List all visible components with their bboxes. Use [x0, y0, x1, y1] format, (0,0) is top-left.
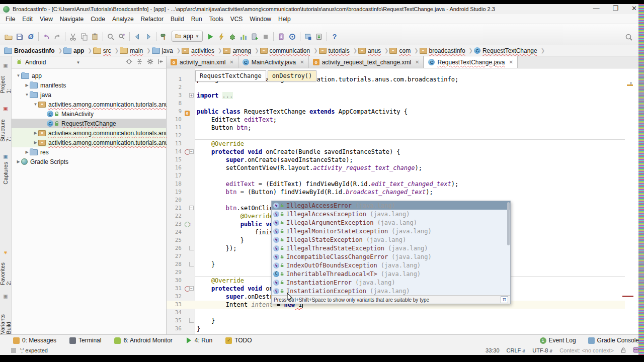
menu-analyze[interactable]: Analyze [109, 15, 137, 24]
redo-icon[interactable] [52, 31, 63, 42]
completion-item-illegalaccessexception[interactable]: ϟIllegalAccessException(java.lang) [272, 210, 510, 218]
tab-close-icon[interactable]: ✕ [509, 59, 513, 65]
run-icon[interactable] [205, 31, 216, 42]
completion-item-instantiationexception[interactable]: ϟInstantiationException(java.lang) [272, 287, 510, 295]
tool-window-button-terminal[interactable]: Terminal [69, 337, 101, 344]
build-hammer-icon[interactable] [158, 31, 170, 42]
project-view-selector[interactable]: Android [25, 59, 46, 66]
stop-icon[interactable] [260, 31, 271, 42]
menu-window[interactable]: Window [246, 15, 275, 24]
tab-activity-main-xml[interactable]: oactivity_main.xml✕ [167, 56, 238, 68]
error-stripe-mark[interactable] [622, 296, 633, 297]
breadcrumb-item-tutorials[interactable]: tutorials❯ [319, 47, 357, 54]
find-icon[interactable] [105, 31, 116, 42]
fold-marker-icon[interactable]: − [189, 206, 194, 210]
context-chip-requesttextchange[interactable]: RequestTextChange [195, 70, 266, 81]
completion-item-instantiationerror[interactable]: ϟInstantiationError(java.lang) [272, 278, 510, 287]
forward-icon[interactable] [143, 31, 154, 42]
tool-window-button-event-log[interactable]: 1Event Log [540, 337, 576, 344]
breadcrumb-item-requesttextchange[interactable]: CRequestTextChange❯ [474, 47, 545, 54]
tool-window-button-6-android-monitor[interactable]: 6: Android Monitor [114, 337, 172, 344]
popup-scrollbar[interactable] [507, 202, 510, 245]
minimize-button[interactable]: — [593, 5, 599, 12]
device-manager-icon[interactable] [302, 31, 313, 42]
menu-run[interactable]: Run [188, 15, 206, 24]
tree-expand-icon[interactable]: ▶ [33, 131, 38, 135]
tree-item-app[interactable]: ▼app [12, 71, 166, 80]
menu-tools[interactable]: Tools [206, 15, 227, 24]
run-device-icon[interactable] [249, 31, 260, 42]
hide-panel-icon[interactable] [157, 58, 164, 66]
paste-icon[interactable] [90, 31, 101, 42]
tree-expand-icon[interactable]: ▶ [24, 150, 30, 154]
search-everywhere-icon[interactable] [625, 33, 633, 41]
breadcrumb-item-java[interactable]: java❯ [152, 47, 181, 54]
chevron-down-icon[interactable]: ▼ [76, 60, 122, 65]
tree-item-gradle-scripts[interactable]: ▶Gradle Scripts [12, 157, 166, 166]
completion-item-inheritablethreadlocal-t-[interactable]: CInheritableThreadLocal<T>(java.lang) [272, 269, 510, 278]
tool-button--project[interactable]: 1: Project▣ [0, 63, 12, 94]
completion-item-illegalstateexception[interactable]: ϟIllegalStateException(java.lang) [272, 235, 510, 244]
tree-item-java[interactable]: ▼java [12, 90, 166, 100]
copy-icon[interactable] [78, 31, 90, 42]
encoding-selector[interactable]: UTF-8 ⇵ [532, 347, 552, 353]
android-monitor-icon[interactable] [287, 31, 298, 42]
breadcrumb-item-broadcastinfo[interactable]: BroadcastInfo❯ [4, 47, 62, 54]
breadcrumb-item-app[interactable]: app❯ [63, 47, 92, 54]
tool-window-button-0-messages[interactable]: 0: Messages [13, 337, 56, 344]
completion-item-indexoutofboundsexception[interactable]: ϟIndexOutOfBoundsException(java.lang) [272, 261, 510, 269]
tree-item-activities-among-communication-tutorials-anus[interactable]: ▶activities.among.communication.tutorial… [12, 128, 166, 138]
lock-status-icon[interactable] [621, 347, 626, 354]
sdk-manager-icon[interactable] [313, 31, 325, 42]
breadcrumb-item-activities[interactable]: activities❯ [182, 47, 222, 54]
tab-requesttextchange-java[interactable]: CRequestTextChange.java✕ [424, 56, 517, 68]
tree-item-activities-among-communication-tutorials-anus[interactable]: ▼activities.among.communication.tutorial… [12, 100, 166, 109]
menu-code[interactable]: Code [87, 15, 109, 24]
menu-build[interactable]: Build [167, 15, 188, 24]
code-editor[interactable]: 1package activities.among.communication.… [167, 68, 644, 334]
fold-marker-icon[interactable] [189, 318, 194, 323]
tree-item-mainactivity[interactable]: CMainActivity [12, 109, 166, 119]
tool-button--favorites[interactable]: 2: Favorites★ [0, 250, 12, 285]
tab-close-icon[interactable]: ✕ [229, 59, 233, 65]
tree-expand-icon[interactable]: ▶ [24, 83, 30, 87]
menu-file[interactable]: File [2, 15, 19, 24]
tool-window-button-gradle-console[interactable]: Gradle Console [588, 337, 639, 344]
fold-marker-icon[interactable] [189, 246, 194, 250]
breadcrumb-item-com[interactable]: com❯ [389, 47, 418, 54]
tool-button-captures[interactable]: Captures▣ [3, 154, 9, 185]
menu-vcs[interactable]: VCS [227, 15, 247, 24]
breadcrumb-item-communication[interactable]: communication❯ [260, 47, 318, 54]
menu-refactor[interactable]: Refactor [137, 15, 167, 24]
line-ending-selector[interactable]: CRLF ⇵ [507, 347, 526, 353]
cut-icon[interactable] [67, 31, 78, 42]
tab-activity-request-text-change-xml[interactable]: oactivity_request_text_change.xml✕ [309, 56, 424, 68]
completion-item-illegalargumentexception[interactable]: ϟIllegalArgumentException(java.lang) [272, 218, 510, 227]
breadcrumb-item-anus[interactable]: anus❯ [358, 47, 388, 54]
fold-marker-icon[interactable]: + [189, 93, 194, 98]
tool-window-button-todo[interactable]: ✓TODO [225, 337, 252, 344]
tree-item-manifests[interactable]: ▶manifests [12, 80, 166, 90]
tool-button--structure[interactable]: 7: Structure▣ [0, 107, 12, 142]
instant-run-icon[interactable] [216, 31, 227, 42]
completion-item-incompatibleclasschangeerror[interactable]: ϟIncompatibleClassChangeError(java.lang) [272, 252, 510, 261]
tree-expand-icon[interactable]: ▼ [33, 102, 38, 107]
fold-marker-icon[interactable] [189, 262, 194, 266]
tree-expand-icon[interactable]: ▶ [16, 159, 21, 164]
undo-icon[interactable] [41, 31, 52, 42]
restore-button[interactable]: ❐ [612, 5, 618, 12]
tool-button-build-variants[interactable]: Build Variants▣ [0, 294, 12, 334]
tool-window-button-4-run[interactable]: 4: Run [186, 337, 212, 344]
tree-item-requesttextchange[interactable]: CRequestTextChange [12, 119, 166, 128]
context-chip-ondestroy-[interactable]: onDestroy() [268, 70, 316, 81]
settings-gear-icon[interactable] [147, 58, 153, 66]
collapse-all-icon[interactable] [136, 58, 143, 66]
tree-item-activities-among-communication-tutorials-anus[interactable]: ▶activities.among.communication.tutorial… [12, 138, 166, 147]
sync-icon[interactable]: Ø [25, 31, 36, 42]
menu-edit[interactable]: Edit [19, 15, 36, 24]
warning-stripe-mark[interactable] [627, 84, 633, 86]
fold-marker-icon[interactable]: − [189, 286, 194, 291]
completion-item-illegalmonitorstateexception[interactable]: ϟIllegalMonitorStateException(java.lang) [272, 227, 510, 235]
menu-view[interactable]: View [36, 15, 56, 24]
tab-close-icon[interactable]: ✕ [415, 59, 419, 65]
